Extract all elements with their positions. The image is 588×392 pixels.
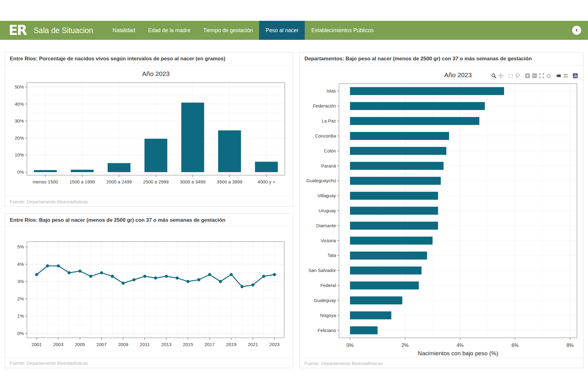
y-tick-label: Feliciano: [318, 328, 336, 333]
bar[interactable]: [350, 251, 427, 259]
panel-weight-intervals: Entre Ríos: Porcentaje de nacidos vivos …: [5, 52, 293, 207]
source-caption: Fuente: Departamento Bioestadísticas: [300, 358, 583, 369]
panel-title-low-weight-trend: Entre Ríos: Bajo peso al nacer (menos de…: [5, 214, 293, 227]
modebar-pan-icon[interactable]: [497, 73, 504, 79]
bar[interactable]: [350, 281, 419, 289]
bar[interactable]: [350, 87, 504, 95]
data-point: [100, 271, 103, 274]
x-tick-label: 2001: [32, 342, 42, 347]
data-point: [208, 273, 211, 276]
x-tick-label: 2013: [161, 342, 172, 347]
y-tick-label: 1%: [17, 313, 24, 318]
data-point: [187, 280, 190, 283]
y-tick-label: 20%: [15, 135, 24, 141]
nav-item-edad-de-la-madre[interactable]: Edad de la madre: [141, 21, 197, 40]
data-point: [35, 273, 38, 276]
x-tick-label: 2019: [226, 342, 236, 347]
chart-title: Año 2023: [142, 70, 170, 77]
data-point: [68, 271, 71, 274]
top-whitespace: [0, 0, 588, 21]
lasso-icon: [515, 73, 520, 78]
nav-item-establecimientos-publicos[interactable]: Establecimientos Públicos: [305, 21, 380, 40]
modebar-zoom-out-icon[interactable]: [531, 73, 538, 79]
y-tick-label: Federación: [313, 103, 336, 108]
source-caption: Fuente: Departamento Bioestadísticas: [5, 196, 293, 207]
bar[interactable]: [350, 311, 391, 319]
weight-intervals-bar-chart: 0%10%20%30%40%50%menos 15001500 a 199920…: [9, 66, 288, 195]
data-point: [176, 277, 179, 280]
x-tick-label: 2009: [118, 342, 128, 347]
data-point: [143, 275, 146, 278]
data-point: [89, 275, 92, 278]
y-tick-label: 10%: [15, 152, 24, 157]
data-point: [240, 285, 243, 288]
zoom-in-icon: [525, 73, 530, 78]
modebar-reset-home-icon[interactable]: [545, 73, 552, 79]
data-point: [132, 278, 135, 281]
y-tick-label: 5%: [17, 244, 24, 249]
collapse-button[interactable]: ‹: [572, 26, 581, 35]
x-tick-label: menos 1500: [33, 179, 58, 184]
bar[interactable]: [350, 132, 449, 140]
bar[interactable]: [350, 117, 479, 125]
bar[interactable]: [350, 296, 402, 304]
box-select-icon: [508, 73, 513, 78]
main-nav: Natalidad Edad de la madre Tiempo de ges…: [106, 21, 380, 40]
plotly-logo-icon: [573, 73, 578, 78]
panel-low-weight-trend: Entre Ríos: Bajo peso al nacer (menos de…: [5, 213, 293, 368]
data-point: [122, 282, 125, 285]
x-tick-label: 2023: [270, 342, 280, 347]
autoscale-icon: [539, 73, 544, 78]
x-tick-label: 8%: [567, 343, 574, 348]
x-tick-label: 2007: [96, 342, 107, 347]
bar[interactable]: [350, 162, 443, 170]
departments-hbar-chart[interactable]: IslasFederaciónLa PazConcordiaColónParan…: [303, 66, 580, 356]
bar[interactable]: [350, 222, 438, 230]
data-point: [57, 264, 60, 267]
modebar-zoom-in-icon[interactable]: [524, 73, 531, 79]
pan-icon: [498, 73, 503, 78]
bar[interactable]: [350, 207, 438, 215]
x-tick-label: 2015: [183, 342, 193, 347]
x-tick-label: 2005: [75, 342, 85, 347]
modebar-plotly-logo-icon[interactable]: [572, 73, 579, 79]
modebar-box-select-icon[interactable]: [507, 73, 514, 79]
bar[interactable]: [350, 147, 446, 155]
x-tick-label: 2017: [205, 342, 215, 347]
y-tick-label: Islas: [326, 88, 336, 93]
y-tick-label: Federal: [320, 283, 336, 288]
y-tick-label: Gualeguaychú: [306, 178, 336, 183]
bar[interactable]: [350, 237, 432, 245]
hover-compare-icon: [563, 73, 568, 78]
x-tick-label: 2500 a 2999: [143, 179, 168, 184]
modebar-autoscale-icon[interactable]: [538, 73, 545, 79]
bar[interactable]: [350, 177, 441, 185]
bar[interactable]: [350, 192, 438, 200]
zoom-icon: [491, 73, 496, 78]
data-point: [154, 277, 157, 280]
y-tick-label: 50%: [15, 84, 24, 89]
nav-item-peso-al-nacer[interactable]: Peso al nacer: [259, 21, 305, 40]
x-tick-label: 2003: [53, 342, 63, 347]
nav-item-natalidad[interactable]: Natalidad: [106, 21, 142, 40]
app-header: ER Sala de Situacion Natalidad Edad de l…: [0, 21, 588, 40]
bar[interactable]: [350, 102, 485, 110]
modebar-lasso-icon[interactable]: [514, 73, 521, 79]
modebar-hover-closest-icon[interactable]: [555, 73, 562, 79]
modebar-zoom-icon[interactable]: [490, 73, 497, 79]
x-tick-label: 0%: [346, 343, 353, 348]
chevron-left-icon: ‹: [575, 26, 578, 34]
nav-item-tiempo-de-gestacion[interactable]: Tiempo de gestación: [197, 21, 259, 40]
y-tick-label: Uruguay: [318, 208, 336, 213]
x-tick-label: 1500 a 1999: [70, 179, 95, 184]
data-point: [197, 278, 200, 281]
x-tick-label: 2011: [140, 342, 150, 347]
modebar-group: [507, 73, 521, 79]
modebar-hover-compare-icon[interactable]: [562, 73, 569, 79]
hover-closest-icon: [556, 73, 561, 78]
x-tick-label: 2000 a 2499: [106, 179, 132, 184]
bar[interactable]: [350, 266, 422, 274]
y-tick-label: 2%: [17, 296, 24, 301]
bar: [71, 170, 94, 172]
bar[interactable]: [350, 326, 378, 334]
